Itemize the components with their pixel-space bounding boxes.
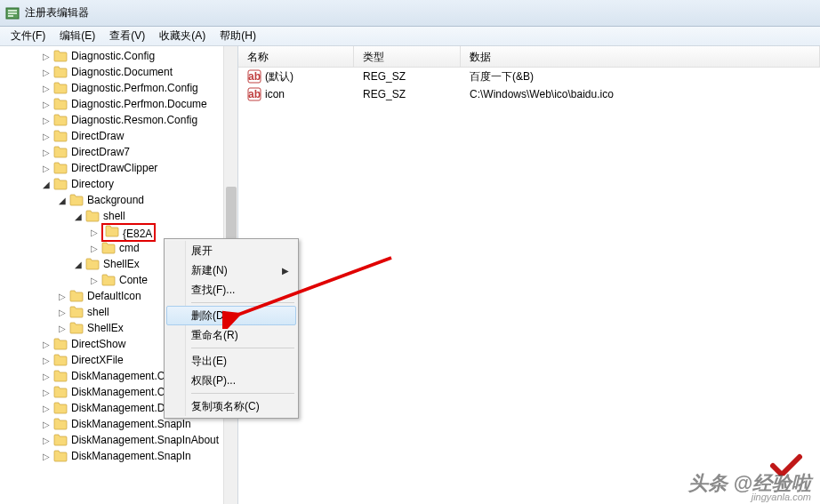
expand-icon[interactable]: ▷ xyxy=(41,355,52,365)
menu-help[interactable]: 帮助(H) xyxy=(213,27,263,45)
tree-item[interactable]: ▷DirectDrawClipper xyxy=(0,160,237,176)
cell-type: REG_SZ xyxy=(354,88,461,100)
tree-item-label: DirectXFile xyxy=(71,354,124,366)
list-header: 名称 类型 数据 xyxy=(238,46,820,68)
collapse-icon[interactable]: ◢ xyxy=(57,195,68,205)
expand-icon[interactable]: ▷ xyxy=(89,275,100,285)
tree-item[interactable]: ▷Diagnostic.Perfmon.Docume xyxy=(0,96,237,112)
cm-rename[interactable]: 重命名(R) xyxy=(166,325,296,345)
tree-item-label: Directory xyxy=(71,178,114,190)
cm-permissions-label: 权限(P)... xyxy=(191,373,236,388)
tree-item[interactable]: ◢Background xyxy=(0,192,237,208)
expand-icon[interactable]: ▷ xyxy=(41,419,52,429)
menu-edit[interactable]: 编辑(E) xyxy=(52,27,102,45)
expand-icon[interactable]: ▷ xyxy=(41,451,52,461)
titlebar: 注册表编辑器 xyxy=(0,0,820,27)
folder-icon xyxy=(53,370,68,382)
expand-icon[interactable]: ▷ xyxy=(41,115,52,125)
scroll-thumb[interactable] xyxy=(226,187,237,240)
folder-icon xyxy=(53,114,68,126)
list-row[interactable]: abiconREG_SZC:\Windows\Web\ico\baidu.ico xyxy=(238,85,820,103)
tree-item-label: Diagnostic.Document xyxy=(71,66,173,78)
collapse-icon[interactable]: ◢ xyxy=(73,211,84,221)
tree-item-label: Conte xyxy=(119,274,148,286)
annotation-highlight-box: {E82A xyxy=(101,223,156,242)
expand-icon[interactable]: ▷ xyxy=(41,387,52,397)
expand-icon[interactable]: ▷ xyxy=(41,371,52,381)
expand-icon[interactable]: ▷ xyxy=(41,131,52,141)
tree-item-label: ShellEx xyxy=(87,322,124,334)
collapse-icon[interactable]: ◢ xyxy=(73,259,84,269)
submenu-arrow-icon: ▶ xyxy=(282,266,289,276)
cell-data: 百度一下(&B) xyxy=(461,69,820,84)
tree-item[interactable]: ▷DiskManagement.SnapIn xyxy=(0,448,237,464)
cm-rename-label: 重命名(R) xyxy=(191,328,238,343)
tree-item[interactable]: ▷Diagnostic.Resmon.Config xyxy=(0,112,237,128)
watermark-sub: jingyanla.com xyxy=(752,492,811,502)
tree-item-label: DiskManagement.SnapIn xyxy=(71,418,191,430)
col-header-name[interactable]: 名称 xyxy=(238,46,354,67)
expand-icon[interactable]: ▷ xyxy=(57,323,68,333)
tree-item[interactable]: ▷Diagnostic.Perfmon.Config xyxy=(0,80,237,96)
cm-expand[interactable]: 展开 xyxy=(166,241,296,260)
tree-item-label: {E82A xyxy=(123,228,152,240)
tree-item[interactable]: ▷DiskManagement.SnapInAbout xyxy=(0,432,237,448)
collapse-icon[interactable]: ◢ xyxy=(41,179,52,189)
tree-item[interactable]: ◢Directory xyxy=(0,176,237,192)
expand-icon[interactable]: ▷ xyxy=(41,99,52,109)
folder-icon xyxy=(53,50,68,62)
menu-view[interactable]: 查看(V) xyxy=(102,27,152,45)
expand-icon[interactable]: ▷ xyxy=(89,227,100,237)
svg-text:ab: ab xyxy=(248,88,261,100)
expand-icon[interactable]: ▷ xyxy=(41,403,52,413)
expand-icon[interactable]: ▷ xyxy=(57,307,68,317)
col-header-data[interactable]: 数据 xyxy=(461,46,820,67)
tree-item-label: Diagnostic.Resmon.Config xyxy=(71,114,197,126)
tree-item[interactable]: ◢shell xyxy=(0,208,237,224)
list-rows: ab(默认)REG_SZ百度一下(&B)abiconREG_SZC:\Windo… xyxy=(238,68,820,103)
tree-item[interactable]: ▷Diagnostic.Config xyxy=(0,48,237,64)
list-row[interactable]: ab(默认)REG_SZ百度一下(&B) xyxy=(238,68,820,85)
folder-icon xyxy=(53,178,68,190)
menu-file[interactable]: 文件(F) xyxy=(4,27,52,45)
expand-icon[interactable]: ▷ xyxy=(41,339,52,349)
folder-icon xyxy=(69,194,84,206)
folder-icon xyxy=(53,450,68,462)
svg-rect-3 xyxy=(8,15,13,17)
tree-item[interactable]: ▷DirectDraw xyxy=(0,128,237,144)
expand-icon[interactable]: ▷ xyxy=(41,163,52,173)
cm-new[interactable]: 新建(N)▶ xyxy=(166,260,296,280)
tree-item-label: cmd xyxy=(119,242,140,254)
col-header-type[interactable]: 类型 xyxy=(354,46,461,67)
folder-icon xyxy=(85,210,100,222)
tree-item-label: DefaultIcon xyxy=(87,290,141,302)
tree-item-label: shell xyxy=(103,210,125,222)
folder-icon xyxy=(53,82,68,94)
folder-icon xyxy=(105,225,119,237)
expand-icon[interactable]: ▷ xyxy=(41,51,52,61)
folder-icon xyxy=(101,274,116,286)
tree-item[interactable]: ▷Diagnostic.Document xyxy=(0,64,237,80)
expand-icon[interactable]: ▷ xyxy=(41,147,52,157)
tree-item-label: Background xyxy=(87,194,144,206)
cm-expand-label: 展开 xyxy=(191,244,213,259)
expand-icon[interactable]: ▷ xyxy=(57,291,68,301)
cm-delete[interactable]: 删除(D) xyxy=(166,306,296,325)
string-value-icon: ab xyxy=(247,87,261,101)
expand-icon[interactable]: ▷ xyxy=(41,83,52,93)
cm-find[interactable]: 查找(F)... xyxy=(166,280,296,300)
cm-copy-key-name[interactable]: 复制项名称(C) xyxy=(166,396,296,416)
cell-type: REG_SZ xyxy=(354,70,461,83)
expand-icon[interactable]: ▷ xyxy=(41,67,52,77)
folder-icon xyxy=(69,306,84,318)
expand-icon[interactable]: ▷ xyxy=(89,243,100,253)
folder-icon xyxy=(53,402,68,414)
cm-export[interactable]: 导出(E) xyxy=(166,351,296,371)
expand-icon[interactable]: ▷ xyxy=(41,435,52,445)
tree-item[interactable]: ▷DirectDraw7 xyxy=(0,144,237,160)
cm-separator xyxy=(191,348,294,348)
cm-permissions[interactable]: 权限(P)... xyxy=(166,371,296,390)
folder-icon xyxy=(53,98,68,110)
folder-icon xyxy=(53,162,68,174)
menu-favorites[interactable]: 收藏夹(A) xyxy=(152,27,213,45)
